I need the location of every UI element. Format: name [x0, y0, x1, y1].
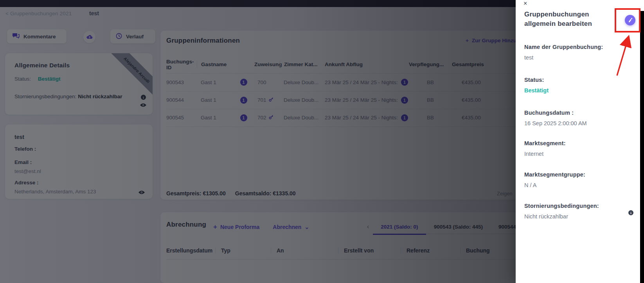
col-to: An	[277, 247, 338, 254]
history-button[interactable]: Verlauf	[110, 29, 155, 43]
room-assignment: 700	[254, 79, 284, 85]
comments-button-label: Kommentare	[23, 34, 56, 40]
settle-label: Abrechnen	[273, 224, 301, 230]
add-to-group-button[interactable]: + Zur Gruppe Hinzu	[466, 38, 516, 43]
room-category: Deluxe Doub...	[284, 79, 325, 85]
field-status: Status: Bestätigt	[524, 77, 634, 94]
field-market-segment: Marktsegment: Internet	[524, 140, 634, 157]
tab-900543[interactable]: 900543 (Saldo: 445)	[426, 223, 491, 234]
field-label: Name der Gruppenbuchung:	[524, 44, 634, 50]
col-guest-name: Gastname	[197, 61, 254, 68]
total-balance-value: €1335.00	[273, 190, 295, 196]
guest-count-badge: 1	[240, 79, 247, 86]
row-price: €435.00	[452, 115, 507, 121]
show-link[interactable]: Zeigen	[497, 191, 513, 196]
comments-button[interactable]: Kommentare	[7, 29, 67, 43]
col-booking: Buchung	[466, 247, 523, 254]
col-board: Verpflegung...	[409, 61, 452, 67]
field-label: Marktsegmentgruppe:	[524, 171, 634, 178]
stay-dates: 23 Mär 25 / 24 Mär 25 - Nights:	[325, 115, 398, 121]
cancellation-info-icon[interactable]: i	[141, 95, 146, 100]
field-booking-date: Buchungsdatum : 16 Sep 2025 2:00:00 AM	[524, 110, 634, 126]
guest-count-badge: 1	[240, 114, 247, 121]
chevron-down-icon: ⌄	[304, 224, 309, 230]
billing-tabs: ‹ 2021 (Saldo: 0) 900543 (Saldo: 445) 90…	[367, 223, 527, 235]
totals-line: Gesamtpreis: €1305.00 Gesamtsaldo: €1335…	[166, 190, 296, 196]
stay-dates: 23 Mär 25 / 24 Mär 25 - Nights:	[325, 97, 398, 103]
field-value: test	[524, 54, 634, 61]
close-icon[interactable]: ×	[523, 0, 527, 7]
general-details-card: Alejandro Arcudi Allgemeine Details Stat…	[5, 53, 153, 115]
col-total-price: Gesamtpreis	[452, 61, 507, 67]
room-category: Deluxe Doub...	[284, 115, 325, 121]
status-line: Status: Bestätigt	[14, 76, 61, 82]
details-eye-icon[interactable]	[140, 102, 147, 109]
total-price-label: Gesamtpreis:	[166, 190, 201, 196]
guest-count-badge: 1	[240, 97, 247, 104]
row-price: €435.00	[452, 79, 507, 85]
clock-icon	[116, 33, 122, 40]
col-type: Typ	[221, 247, 271, 254]
plus-icon: +	[466, 38, 469, 43]
field-label: Marktsegment:	[524, 140, 634, 146]
status-label: Status:	[14, 76, 31, 82]
cancellation-line: Stornierungsbedingungen: Nicht rückzahlb…	[14, 94, 122, 99]
field-cancellation-policy: Stornierungsbedingungen: Nicht rückzahlb…	[524, 203, 634, 220]
col-assignment: Zuweisung	[254, 61, 284, 67]
address-label: Adresse :	[14, 180, 39, 186]
field-label: Status:	[524, 77, 634, 83]
col-room-category: Zimmer Kat...	[280, 61, 325, 68]
cloud-upload-icon	[86, 34, 93, 41]
breadcrumb-back-link[interactable]: < Gruppenbuchungen 2021	[5, 11, 72, 16]
general-details-title: Allgemeine Details	[14, 62, 70, 69]
edit-group-panel: × Gruppenbuchungen allgemein bearbeiten …	[516, 0, 644, 283]
new-proforma-label: Neue Proforma	[220, 224, 259, 230]
plus-icon: +	[213, 223, 217, 231]
breadcrumb-current: test	[89, 10, 99, 16]
tab-2021[interactable]: 2021 (Saldo: 0)	[373, 223, 426, 235]
room-assignment: 701	[257, 97, 266, 103]
history-button-label: Verlauf	[126, 34, 144, 40]
phone-label: Telefon :	[14, 146, 36, 152]
contact-card: test Telefon : Email : test@est.nl Adres…	[5, 124, 153, 199]
status-value: Bestätigt	[38, 76, 61, 82]
booking-id: 900544	[166, 97, 201, 103]
cancellation-policy-info-icon[interactable]: i	[628, 210, 633, 215]
booking-id: 900543	[166, 79, 201, 85]
guest-name: Gast 1	[201, 97, 233, 103]
new-proforma-button[interactable]: + Neue Proforma	[213, 223, 259, 231]
col-arrival-departure: Ankunft Abflug	[325, 61, 409, 67]
screen-edge-strip	[640, 11, 644, 283]
board-code: BB	[409, 97, 452, 103]
cloud-upload-button[interactable]	[83, 31, 95, 43]
col-created-date: Erstellungsdatum	[166, 247, 216, 254]
field-market-segment-group: Marktsegmentgruppe: N / A	[524, 171, 634, 188]
panel-title: Gruppenbuchungen allgemein bearbeiten	[524, 10, 592, 29]
field-value: Bestätigt	[524, 87, 634, 94]
tabs-scroll-left-icon[interactable]: ‹	[367, 223, 373, 230]
guest-name: Gast 1	[201, 79, 233, 85]
room-assignment: 702	[257, 115, 266, 121]
contact-eye-icon[interactable]	[138, 189, 145, 196]
field-group-name: Name der Gruppenbuchung: test	[524, 44, 634, 61]
total-price-value: €1305.00	[203, 190, 225, 196]
app-screen: < Gruppenbuchungen 2021 test Kommentare …	[0, 0, 644, 283]
col-reference: Referenz	[407, 247, 461, 254]
add-to-group-label: Zur Gruppe Hinzu	[472, 38, 516, 43]
key-icon[interactable]	[269, 97, 273, 103]
settle-dropdown[interactable]: Abrechnen ⌄	[273, 224, 309, 230]
billing-title: Abrechnung	[166, 221, 206, 229]
annotation-highlight-box	[615, 8, 640, 32]
field-value: 16 Sep 2025 2:00:00 AM	[524, 120, 634, 126]
cancellation-label: Stornierungsbedingungen:	[14, 94, 76, 99]
row-price: €435.00	[452, 97, 507, 103]
nights-badge: 1	[401, 114, 408, 121]
address-value: Netherlands, Amsterdam, Ams 123	[14, 189, 96, 195]
col-created-by: Erstellt von	[344, 247, 401, 254]
room-category: Deluxe Doub...	[284, 97, 325, 103]
key-icon[interactable]	[269, 115, 273, 121]
group-information-title: Gruppeninformationen	[166, 37, 240, 45]
col-booking-id: Buchungs-ID	[166, 59, 201, 70]
field-label: Buchungsdatum :	[524, 110, 634, 116]
field-label: Stornierungsbedingungen:	[524, 203, 634, 209]
